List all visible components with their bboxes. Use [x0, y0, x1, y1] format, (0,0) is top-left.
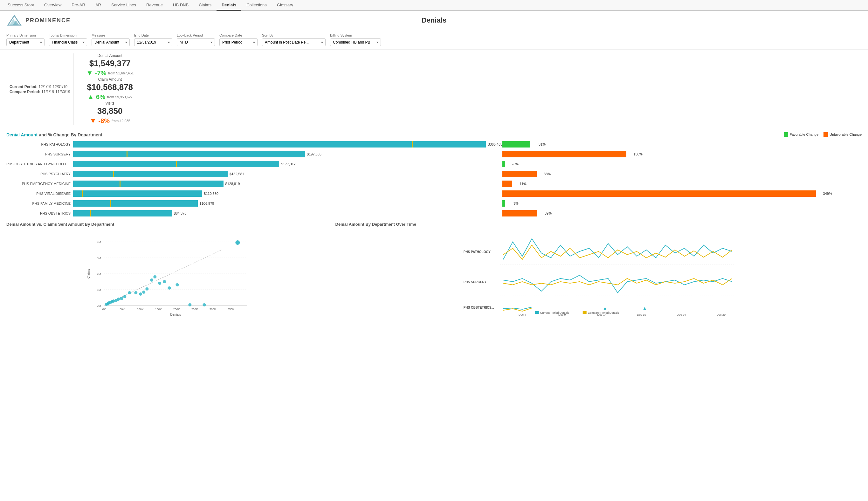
- svg-text:Denials: Denials: [170, 313, 181, 316]
- hbar-value-7: $84,376: [174, 211, 187, 215]
- nav-item-claims[interactable]: Claims: [194, 0, 216, 11]
- svg-point-45: [176, 283, 179, 286]
- header: PROMINENCE Denials: [0, 11, 868, 30]
- svg-text:Dec 4: Dec 4: [519, 313, 526, 316]
- hbar-value-2: $177,017: [281, 162, 296, 166]
- nav-item-glossary[interactable]: Glossary: [272, 0, 298, 11]
- change-bar-1: [502, 151, 626, 157]
- change-value-1: 138%: [634, 152, 868, 156]
- filter-label-1: Tooltip Dimension: [49, 33, 87, 37]
- filter-group-6: Sort ByAmount in Post Date Pe...: [262, 33, 326, 46]
- svg-text:200K: 200K: [173, 308, 180, 311]
- hbar-fill-3: [73, 171, 227, 177]
- hbar-label-4: PHS EMERGENCY MEDICINE: [6, 182, 73, 186]
- change-bar-2: [502, 161, 505, 167]
- svg-text:▲: ▲: [642, 306, 647, 311]
- bar-chart-title-suffix: and % Change By Department: [39, 132, 102, 137]
- filter-select-sort-by[interactable]: Amount in Post Date Pe...: [262, 39, 326, 46]
- metric-from-1: from $9,959,627: [107, 95, 133, 99]
- change-row-5: 349%: [502, 189, 862, 198]
- nav-item-revenue[interactable]: Revenue: [141, 0, 168, 11]
- legend-unfavorable: Unfavorable Change: [824, 132, 862, 137]
- change-value-7: 39%: [544, 211, 868, 215]
- hbar-row-0: PHS PATHOLOGY$365,463: [6, 140, 502, 149]
- metric-value-0: $1,549,377: [89, 58, 131, 68]
- svg-point-47: [202, 303, 206, 307]
- svg-rect-64: [582, 311, 586, 314]
- change-row-7: 39%: [502, 209, 862, 218]
- legend-favorable-icon: [784, 132, 788, 137]
- change-bar-4: [502, 181, 512, 187]
- current-period-row: Current Period: 12/1/19-12/31/19: [10, 85, 73, 89]
- nav-item-ar[interactable]: AR: [90, 0, 106, 11]
- filter-select-end-date[interactable]: 12/31/2019: [134, 39, 172, 46]
- nav-item-hb-dnb[interactable]: HB DNB: [168, 0, 194, 11]
- hbar-fill-4: [73, 181, 223, 187]
- svg-point-37: [139, 292, 142, 296]
- change-value-2: -3%: [512, 162, 868, 166]
- change-bar-area-6: -3%: [502, 200, 862, 207]
- summary-bar: Current Period: 12/1/19-12/31/19 Compare…: [0, 50, 868, 129]
- svg-text:250K: 250K: [191, 308, 198, 311]
- hbar-marker-7: [90, 210, 91, 216]
- svg-point-32: [117, 298, 120, 301]
- metric-value-1: $10,568,878: [87, 82, 133, 92]
- metric-arrow-1: ▲: [87, 93, 94, 101]
- hbar-label-0: PHS PATHOLOGY: [6, 142, 73, 146]
- filter-select-tooltip-dimension[interactable]: Financial Class: [49, 39, 87, 46]
- change-value-0: -31%: [537, 142, 868, 146]
- compare-period-value: 11/1/19-11/30/19: [41, 90, 70, 94]
- line-chart-title: Denial Amount By Department Over Time: [336, 222, 862, 227]
- filter-select-billing-system[interactable]: Combined HB and PB: [330, 39, 381, 46]
- filter-label-4: Lookback Period: [177, 33, 215, 37]
- change-bar-area-3: 38%: [502, 171, 862, 177]
- metric-from-0: from $1,667,451: [108, 71, 134, 75]
- metric-arrow-0: ▼: [86, 69, 93, 77]
- svg-point-40: [150, 278, 153, 282]
- nav-item-denials[interactable]: Denials: [216, 0, 241, 11]
- logo-area: PROMINENCE: [6, 14, 71, 27]
- svg-text:350K: 350K: [227, 308, 234, 311]
- filter-select-measure[interactable]: Denial Amount: [92, 39, 130, 46]
- filter-group-7: Billing SystemCombined HB and PB: [330, 33, 381, 46]
- svg-point-43: [163, 280, 166, 283]
- hbar-fill-6: [73, 200, 198, 207]
- metric-card-0: Denial Amount$1,549,377▼-7%from $1,667,4…: [73, 53, 146, 77]
- hbar-row-3: PHS PSYCHIATRY$132,581: [6, 169, 502, 178]
- hbar-track-0: $365,463: [73, 141, 502, 148]
- page-title: Denials: [422, 16, 446, 24]
- change-value-4: 11%: [520, 182, 868, 186]
- hbar-value-4: $128,819: [225, 182, 240, 186]
- svg-point-33: [120, 297, 123, 300]
- svg-text:PHS SURGERY: PHS SURGERY: [463, 280, 486, 284]
- hbar-label-6: PHS FAMILY MEDICINE: [6, 202, 73, 205]
- svg-text:Dec 29: Dec 29: [716, 313, 726, 316]
- hbar-marker-4: [119, 181, 120, 187]
- hbar-label-3: PHS PSYCHIATRY: [6, 172, 73, 176]
- nav-item-success-story[interactable]: Success Story: [2, 0, 39, 11]
- hbar-value-1: $197,663: [307, 152, 321, 156]
- nav-item-overview[interactable]: Overview: [39, 0, 66, 11]
- svg-text:3M: 3M: [97, 257, 101, 260]
- filter-select-lookback-period[interactable]: MTD: [177, 39, 215, 46]
- scatter-chart-svg: 0M 1M 2M 3M 4M 0K 50K 100K 150K 200K 250…: [6, 229, 329, 318]
- filter-label-7: Billing System: [330, 33, 381, 37]
- svg-text:PHS OBSTETRICS...: PHS OBSTETRICS...: [463, 306, 494, 309]
- filter-select-compare-date[interactable]: Prior Period: [219, 39, 257, 46]
- metric-from-2: from 42,035: [112, 119, 130, 123]
- hbar-track-7: $84,376: [73, 210, 502, 216]
- nav-item-service-lines[interactable]: Service Lines: [106, 0, 141, 11]
- nav-item-collections[interactable]: Collections: [241, 0, 272, 11]
- current-period-value: 12/1/19-12/31/19: [39, 85, 67, 89]
- hbar-row-6: PHS FAMILY MEDICINE$106,979: [6, 199, 502, 208]
- svg-text:1M: 1M: [97, 288, 101, 291]
- metric-title-0: Denial Amount: [98, 53, 123, 58]
- filter-select-primary-dimension[interactable]: Department: [6, 39, 44, 46]
- horizontal-bars: PHS PATHOLOGY$365,463PHS SURGERY$197,663…: [6, 140, 502, 219]
- nav-item-pre-ar[interactable]: Pre-AR: [66, 0, 90, 11]
- hbar-track-4: $128,819: [73, 181, 502, 187]
- metric-value-2: 38,850: [97, 106, 123, 116]
- filter-group-5: Compare DatePrior Period: [219, 33, 257, 46]
- scatter-title: Denial Amount vs. Claims Sent Amount By …: [6, 222, 329, 227]
- change-bar-7: [502, 210, 537, 216]
